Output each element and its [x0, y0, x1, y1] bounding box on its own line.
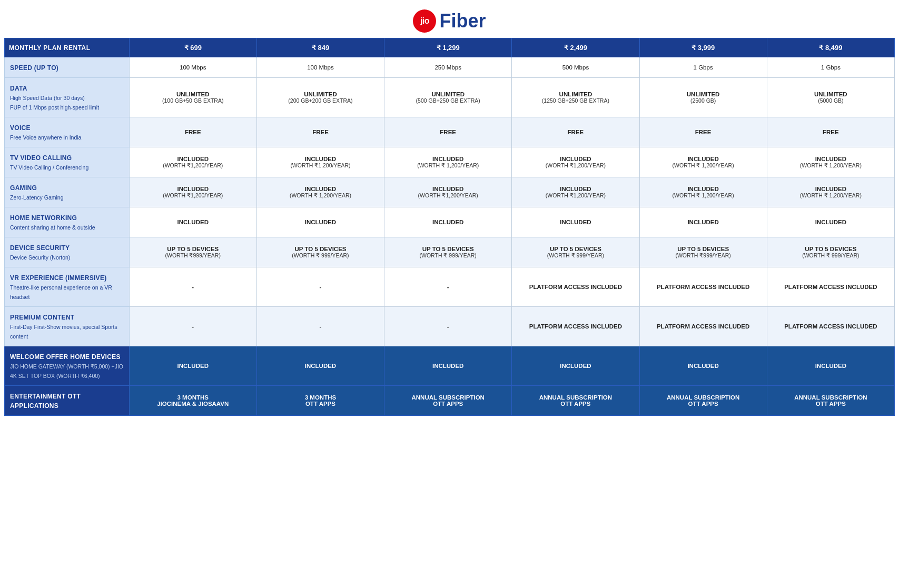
feature-cell-device_sec: DEVICE SECURITYDevice Security (Norton) [5, 237, 130, 267]
feature-sub-device_sec: Device Security (Norton) [10, 254, 70, 261]
cell-sub-device_sec-plan-2: (WORTH ₹ 999/YEAR) [260, 252, 381, 258]
cell-sub-tv_video-plan-5: (WORTH ₹ 1,200/YEAR) [643, 162, 764, 168]
header: jio Fiber [0, 0, 899, 38]
feature-cell-tv_video: TV VIDEO CALLINGTV Video Calling / Confe… [5, 147, 130, 177]
col-header-plan-6: ₹ 8,499 [767, 38, 894, 57]
cell-welcome-plan-6: INCLUDED [767, 346, 894, 386]
feature-title-home_net: HOME NETWORKING [10, 214, 77, 222]
cell-premium-plan-1: - [129, 307, 256, 346]
cell-tv_video-plan-1: INCLUDED(WORTH ₹1,200/YEAR) [129, 147, 256, 177]
col-header-plan-3: ₹ 1,299 [384, 38, 512, 57]
cell-device_sec-plan-5: UP TO 5 DEVICES(WORTH ₹999/YEAR) [639, 237, 767, 267]
cell-gaming-plan-1: INCLUDED(WORTH ₹1,200/YEAR) [129, 177, 256, 207]
cell-device_sec-plan-3: UP TO 5 DEVICES(WORTH ₹ 999/YEAR) [384, 237, 512, 267]
col-header-feature: MONTHLY PLAN RENTAL [5, 38, 130, 57]
cell-tv_video-plan-5: INCLUDED(WORTH ₹ 1,200/YEAR) [639, 147, 767, 177]
cell-ott-plan-2: 3 MONTHSOTT APPS [256, 386, 384, 416]
cell-vr-plan-1: - [129, 267, 256, 307]
cell-home_net-plan-3: INCLUDED [384, 207, 512, 237]
cell-data-plan-2: UNLIMITED(200 GB+200 GB EXTRA) [256, 78, 384, 117]
feature-title-welcome: WELCOME OFFER HOME DEVICES [10, 353, 121, 361]
feature-cell-gaming: GAMINGZero-Latency Gaming [5, 177, 130, 207]
col-header-plan-1: ₹ 699 [129, 38, 256, 57]
cell-welcome-plan-5: INCLUDED [639, 346, 767, 386]
cell-sub-device_sec-plan-5: (WORTH ₹999/YEAR) [643, 252, 764, 258]
cell-home_net-plan-4: INCLUDED [512, 207, 639, 237]
cell-speed-plan-6: 1 Gbps [767, 57, 894, 78]
cell-gaming-plan-3: INCLUDED(WORTH ₹1,200/YEAR) [384, 177, 512, 207]
cell-data-plan-4: UNLIMITED(1250 GB+250 GB EXTRA) [512, 78, 639, 117]
feature-cell-speed: SPEED (UP TO) [5, 57, 130, 78]
cell-tv_video-plan-6: INCLUDED(WORTH ₹ 1,200/YEAR) [767, 147, 894, 177]
feature-cell-voice: VOICEFree Voice anywhere in India [5, 117, 130, 147]
feature-sub-gaming: Zero-Latency Gaming [10, 194, 64, 201]
cell-vr-plan-3: - [384, 267, 512, 307]
cell-voice-plan-6: FREE [767, 117, 894, 147]
pricing-table-wrapper: MONTHLY PLAN RENTAL₹ 699₹ 849₹ 1,299₹ 2,… [0, 38, 899, 420]
feature-sub-premium: First-Day First-Show movies, special Spo… [10, 324, 117, 340]
row-data: DATAHigh Speed Data (for 30 days) FUP of… [5, 78, 895, 117]
cell-voice-plan-4: FREE [512, 117, 639, 147]
cell-voice-plan-3: FREE [384, 117, 512, 147]
feature-sub-vr: Theatre-like personal experience on a VR… [10, 284, 112, 300]
cell-sub-tv_video-plan-1: (WORTH ₹1,200/YEAR) [133, 162, 253, 168]
cell-sub-gaming-plan-4: (WORTH ₹1,200/YEAR) [515, 192, 636, 198]
logo: jio Fiber [413, 9, 486, 33]
row-tv_video: TV VIDEO CALLINGTV Video Calling / Confe… [5, 147, 895, 177]
cell-premium-plan-5: PLATFORM ACCESS INCLUDED [639, 307, 767, 346]
feature-cell-data: DATAHigh Speed Data (for 30 days) FUP of… [5, 78, 130, 117]
cell-data-plan-1: UNLIMITED(100 GB+50 GB EXTRA) [129, 78, 256, 117]
feature-cell-home_net: HOME NETWORKINGContent sharing at home &… [5, 207, 130, 237]
cell-sub-device_sec-plan-1: (WORTH ₹999/YEAR) [133, 252, 253, 258]
feature-cell-welcome: WELCOME OFFER HOME DEVICESJIO HOME GATEW… [5, 346, 130, 386]
feature-title-device_sec: DEVICE SECURITY [10, 244, 70, 252]
feature-sub-voice: Free Voice anywhere in India [10, 134, 81, 141]
cell-sub-tv_video-plan-6: (WORTH ₹ 1,200/YEAR) [770, 162, 891, 168]
cell-data-plan-3: UNLIMITED(500 GB+250 GB EXTRA) [384, 78, 512, 117]
cell-data-plan-6: UNLIMITED(5000 GB) [767, 78, 894, 117]
row-welcome: WELCOME OFFER HOME DEVICESJIO HOME GATEW… [5, 346, 895, 386]
feature-title-premium: PREMIUM CONTENT [10, 314, 75, 321]
cell-device_sec-plan-4: UP TO 5 DEVICES(WORTH ₹ 999/YEAR) [512, 237, 639, 267]
cell-speed-plan-3: 250 Mbps [384, 57, 512, 78]
cell-sub-gaming-plan-6: (WORTH ₹ 1,200/YEAR) [770, 192, 891, 198]
cell-sub-device_sec-plan-4: (WORTH ₹ 999/YEAR) [515, 252, 636, 258]
cell-sub-data-plan-1: (100 GB+50 GB EXTRA) [133, 97, 253, 104]
cell-vr-plan-2: - [256, 267, 384, 307]
cell-gaming-plan-6: INCLUDED(WORTH ₹ 1,200/YEAR) [767, 177, 894, 207]
cell-tv_video-plan-3: INCLUDED(WORTH ₹ 1,200/YEAR) [384, 147, 512, 177]
feature-cell-ott: ENTERTAINMENT OTT APPLICATIONS [5, 386, 130, 416]
cell-tv_video-plan-2: INCLUDED(WORTH ₹1,200/YEAR) [256, 147, 384, 177]
cell-speed-plan-2: 100 Mbps [256, 57, 384, 78]
pricing-table: MONTHLY PLAN RENTAL₹ 699₹ 849₹ 1,299₹ 2,… [4, 38, 895, 416]
row-device_sec: DEVICE SECURITYDevice Security (Norton)U… [5, 237, 895, 267]
cell-sub-device_sec-plan-6: (WORTH ₹ 999/YEAR) [770, 252, 891, 258]
cell-voice-plan-5: FREE [639, 117, 767, 147]
cell-ott-plan-3: ANNUAL SUBSCRIPTIONOTT APPS [384, 386, 512, 416]
row-gaming: GAMINGZero-Latency GamingINCLUDED(WORTH … [5, 177, 895, 207]
cell-sub-data-plan-4: (1250 GB+250 GB EXTRA) [515, 97, 636, 104]
cell-ott-plan-6: ANNUAL SUBSCRIPTIONOTT APPS [767, 386, 894, 416]
row-premium: PREMIUM CONTENTFirst-Day First-Show movi… [5, 307, 895, 346]
cell-ott-plan-5: ANNUAL SUBSCRIPTIONOTT APPS [639, 386, 767, 416]
logo-icon: jio [413, 9, 436, 33]
row-voice: VOICEFree Voice anywhere in IndiaFREEFRE… [5, 117, 895, 147]
cell-sub-gaming-plan-2: (WORTH ₹ 1,200/YEAR) [260, 192, 381, 198]
cell-sub-gaming-plan-5: (WORTH ₹ 1,200/YEAR) [643, 192, 764, 198]
cell-sub-tv_video-plan-3: (WORTH ₹ 1,200/YEAR) [388, 162, 508, 168]
cell-sub-data-plan-3: (500 GB+250 GB EXTRA) [388, 97, 508, 104]
feature-title-data: DATA [10, 85, 27, 92]
feature-cell-premium: PREMIUM CONTENTFirst-Day First-Show movi… [5, 307, 130, 346]
cell-premium-plan-4: PLATFORM ACCESS INCLUDED [512, 307, 639, 346]
feature-sub-data: High Speed Data (for 30 days) FUP of 1 M… [10, 95, 99, 111]
cell-sub-gaming-plan-3: (WORTH ₹1,200/YEAR) [388, 192, 508, 198]
cell-sub-tv_video-plan-2: (WORTH ₹1,200/YEAR) [260, 162, 381, 168]
cell-gaming-plan-4: INCLUDED(WORTH ₹1,200/YEAR) [512, 177, 639, 207]
cell-premium-plan-2: - [256, 307, 384, 346]
feature-cell-vr: VR EXPERIENCE (IMMERSIVE)Theatre-like pe… [5, 267, 130, 307]
cell-vr-plan-5: PLATFORM ACCESS INCLUDED [639, 267, 767, 307]
cell-speed-plan-4: 500 Mbps [512, 57, 639, 78]
row-vr: VR EXPERIENCE (IMMERSIVE)Theatre-like pe… [5, 267, 895, 307]
cell-data-plan-5: UNLIMITED(2500 GB) [639, 78, 767, 117]
cell-welcome-plan-4: INCLUDED [512, 346, 639, 386]
